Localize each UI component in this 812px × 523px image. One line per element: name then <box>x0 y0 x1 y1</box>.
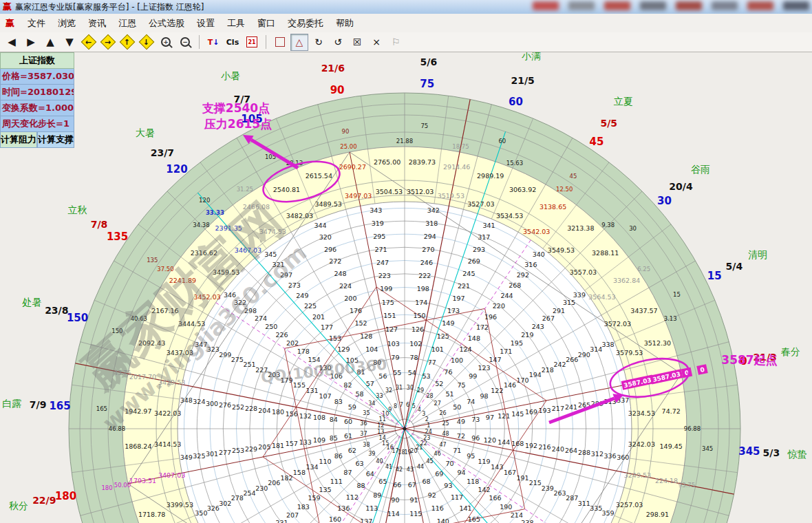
zoom-in-button[interactable]: + <box>157 34 175 51</box>
rotate-ccw-button[interactable]: ↺ <box>329 34 347 51</box>
svg-text:62: 62 <box>348 447 356 454</box>
board-button[interactable]: ⚐ <box>387 34 405 51</box>
svg-text:7/9: 7/9 <box>30 399 47 410</box>
panel-row-3: 周天变化步长=1 <box>0 116 74 132</box>
svg-text:312: 312 <box>591 450 603 458</box>
artifact <box>640 1 666 10</box>
svg-text:压力2615点: 压力2615点 <box>204 117 272 131</box>
svg-text:94: 94 <box>458 469 466 476</box>
svg-text:267: 267 <box>542 314 555 322</box>
svg-text:181: 181 <box>272 442 284 449</box>
svg-text:167: 167 <box>504 469 516 476</box>
svg-text:35: 35 <box>363 410 370 416</box>
svg-text:248: 248 <box>334 270 347 277</box>
svg-text:61: 61 <box>344 432 352 440</box>
svg-text:5/4: 5/4 <box>726 261 743 272</box>
svg-text:249: 249 <box>296 292 308 299</box>
pan-right-button[interactable]: → <box>99 34 117 51</box>
svg-text:131: 131 <box>306 387 319 394</box>
menu-logo-icon: 赢 <box>6 17 14 30</box>
menu-item-8[interactable]: 交易委托 <box>281 15 330 32</box>
menu-item-1[interactable]: 浏览 <box>52 15 82 32</box>
titlebar-artifacts <box>533 1 809 10</box>
svg-text:254: 254 <box>243 489 255 497</box>
svg-text:29: 29 <box>417 387 424 394</box>
svg-text:120: 120 <box>199 197 210 204</box>
svg-text:117: 117 <box>451 493 463 501</box>
nav-back-button[interactable]: ◀ <box>3 34 21 51</box>
menu-item-0[interactable]: 文件 <box>21 15 52 32</box>
svg-text:74.72: 74.72 <box>662 407 681 415</box>
svg-text:86: 86 <box>334 452 343 460</box>
svg-text:218: 218 <box>542 366 554 374</box>
center-mark-button[interactable]: × <box>367 34 385 51</box>
cls-button[interactable]: Cls <box>224 34 242 51</box>
svg-text:30: 30 <box>629 225 637 232</box>
svg-text:225: 225 <box>304 302 317 310</box>
svg-text:145: 145 <box>511 410 524 418</box>
svg-text:120: 120 <box>484 436 496 444</box>
svg-text:大暑: 大暑 <box>136 127 155 138</box>
pan-left-button[interactable]: ← <box>80 34 98 51</box>
svg-text:111: 111 <box>330 478 343 485</box>
menu-item-2[interactable]: 资讯 <box>82 15 112 32</box>
svg-text:95: 95 <box>467 452 475 460</box>
svg-text:3063.92: 3063.92 <box>509 186 536 193</box>
svg-text:143: 143 <box>491 463 503 471</box>
calc-resistance-button[interactable]: 计算阻力 <box>0 132 37 148</box>
pan-up-button[interactable]: ↑ <box>118 34 136 51</box>
menu-item-4[interactable]: 公式选股 <box>142 15 191 32</box>
svg-text:9.38: 9.38 <box>601 222 615 228</box>
artifact <box>568 1 595 10</box>
svg-text:47: 47 <box>440 442 447 448</box>
svg-text:134: 134 <box>306 463 319 471</box>
nav-down-button[interactable]: ▼ <box>61 34 78 51</box>
menu-item-7[interactable]: 窗口 <box>251 15 281 32</box>
svg-text:秋分: 秋分 <box>9 500 28 511</box>
svg-text:345: 345 <box>702 445 713 452</box>
calendar-button[interactable]: 21 <box>243 34 261 51</box>
svg-text:3489.53: 3489.53 <box>314 200 341 208</box>
nav-forward-button[interactable]: ▶ <box>22 34 40 51</box>
menu-item-9[interactable]: 帮助 <box>330 15 360 32</box>
price-marker-button[interactable]: T↓ <box>204 34 222 51</box>
svg-text:244: 244 <box>501 292 513 299</box>
svg-text:28: 28 <box>427 393 434 399</box>
square-tool-button[interactable] <box>271 34 289 51</box>
svg-text:228: 228 <box>245 405 257 412</box>
svg-text:52: 52 <box>435 380 443 387</box>
panel-row-2: 变换系数=1.00000 <box>0 100 74 116</box>
svg-text:148: 148 <box>468 334 480 342</box>
svg-text:107: 107 <box>319 392 331 400</box>
svg-text:166: 166 <box>489 494 501 502</box>
svg-text:319: 319 <box>372 220 384 227</box>
svg-text:73: 73 <box>471 416 480 423</box>
svg-text:341: 341 <box>482 222 495 229</box>
svg-text:2914.46: 2914.46 <box>443 163 470 171</box>
svg-text:3542.03: 3542.03 <box>523 228 550 235</box>
menu-item-3[interactable]: 江恩 <box>112 15 142 32</box>
svg-text:25: 25 <box>442 420 449 427</box>
calc-support-button[interactable]: 计算支撑 <box>37 132 74 148</box>
svg-text:3504.53: 3504.53 <box>376 188 403 195</box>
svg-text:51: 51 <box>445 390 453 398</box>
artifact <box>604 1 630 10</box>
zoom-out-button[interactable]: − <box>176 34 194 51</box>
triangle-tool-button[interactable]: △ <box>290 34 308 51</box>
svg-text:3288.11: 3288.11 <box>592 249 619 257</box>
menu-item-5[interactable]: 设置 <box>191 15 221 32</box>
svg-text:3.13: 3.13 <box>664 315 677 322</box>
rotate-cw-button[interactable]: ↻ <box>310 34 328 51</box>
pan-down-button[interactable]: ↓ <box>138 34 156 51</box>
menu-item-6[interactable]: 工具 <box>221 15 251 32</box>
svg-text:191: 191 <box>516 474 528 482</box>
nav-up-button[interactable]: ▲ <box>41 34 59 51</box>
panel-rows: 价格=3587.0300时间=20180129变换系数=1.00000周天变化步… <box>0 69 74 132</box>
titlebar: 赢 赢家江恩专业版[赢家服务平台] - [上证指数 江恩轮] <box>0 0 812 14</box>
svg-text:45: 45 <box>589 136 603 148</box>
svg-text:153: 153 <box>329 334 341 342</box>
box-close-button[interactable]: ☒ <box>348 34 366 51</box>
svg-text:2615.54: 2615.54 <box>306 172 332 180</box>
svg-text:12: 12 <box>377 423 384 429</box>
svg-text:72: 72 <box>457 432 465 440</box>
